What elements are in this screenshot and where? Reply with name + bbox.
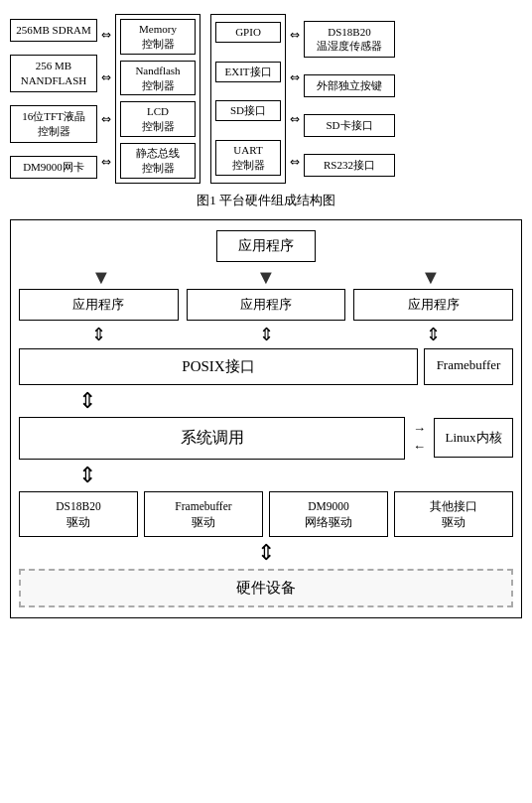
d1-midright-box-0: GPIO bbox=[215, 22, 281, 43]
d2-posix-row: POSIX接口 Framebuffer bbox=[19, 348, 513, 385]
d1-layout: 256MB SDRAM 256 MBNANDFLASH 16位TFT液晶控制器 … bbox=[10, 10, 522, 188]
d2-driver-box-1: Framebuffer驱动 bbox=[144, 491, 263, 537]
arrow-rl-1: ⇔ bbox=[290, 70, 300, 85]
d2-dbl-arrow-2: ⇕ bbox=[353, 324, 513, 345]
d2-framebuffer-box: Framebuffer bbox=[424, 348, 513, 385]
arrow-rl-2: ⇔ bbox=[290, 112, 300, 127]
d2-hw-row: 硬件设备 bbox=[19, 569, 513, 607]
arrow-rl-0: ⇔ bbox=[290, 28, 300, 43]
arrow-lr-1: ⇔ bbox=[101, 70, 111, 85]
d1-midright-box-2: SD接口 bbox=[215, 100, 281, 121]
d2-left-arrow: ← bbox=[413, 439, 426, 455]
diagram2: 应用程序 ▼ ▼ ▼ 应用程序 应用程序 应用程序 ⇕ ⇕ ⇕ POSIX接口 … bbox=[10, 219, 522, 618]
d1-midright-box-1: EXIT接口 bbox=[215, 62, 281, 82]
arrow-rl-3: ⇔ bbox=[290, 155, 300, 170]
d2-top-section: 应用程序 bbox=[19, 230, 513, 262]
d2-dbl-arrow-0: ⇕ bbox=[19, 324, 179, 345]
arrow-lr-2: ⇔ bbox=[101, 112, 111, 127]
d1-right-box-0: DS18B20温湿度传感器 bbox=[304, 21, 395, 59]
d2-app-box-0: 应用程序 bbox=[19, 289, 179, 321]
d1-left-column: 256MB SDRAM 256 MBNANDFLASH 16位TFT液晶控制器 … bbox=[10, 14, 97, 184]
d2-driver-box-0: DS18B20驱动 bbox=[19, 491, 138, 537]
d2-linux-box: Linux内核 bbox=[434, 418, 513, 458]
d2-hw-box: 硬件设备 bbox=[19, 569, 513, 607]
d2-big-dbl-arrow: ⇕ bbox=[78, 388, 96, 414]
d1-left-box-1: 256 MBNANDFLASH bbox=[10, 55, 97, 92]
d2-arrow-down-center: ▼ bbox=[256, 266, 276, 289]
d1-left-arrows: ⇔ ⇔ ⇔ ⇔ bbox=[97, 14, 115, 184]
d1-left-box-3: DM9000网卡 bbox=[10, 156, 97, 179]
d2-top-app-box: 应用程序 bbox=[216, 230, 316, 262]
d1-right-box-3: RS232接口 bbox=[304, 154, 395, 177]
d1-midleft-box-0: Memory控制器 bbox=[120, 19, 196, 55]
d2-drivers-row: DS18B20驱动 Framebuffer驱动 DM9000网络驱动 其他接口驱… bbox=[19, 491, 513, 537]
d2-arrow-to-drivers: ⇕ bbox=[78, 463, 96, 488]
d2-app-row: 应用程序 应用程序 应用程序 bbox=[19, 289, 513, 321]
d1-right-arrows: ⇔ ⇔ ⇔ ⇔ bbox=[286, 14, 304, 184]
d2-right-arrow: → bbox=[413, 421, 426, 437]
d2-dbl-arrow-1: ⇕ bbox=[187, 324, 346, 345]
d1-left-box-0: 256MB SDRAM bbox=[10, 19, 97, 42]
d1-midright-column: GPIO EXIT接口 SD接口 UART控制器 bbox=[210, 14, 286, 184]
d1-right-box-1: 外部独立按键 bbox=[304, 74, 395, 97]
d2-arrow-down-left: ▼ bbox=[91, 266, 111, 289]
d2-horiz-arrows: → ← bbox=[413, 421, 426, 455]
arrow-lr-0: ⇔ bbox=[101, 28, 111, 43]
d1-midleft-box-2: LCD控制器 bbox=[120, 101, 196, 137]
d1-right-column: DS18B20温湿度传感器 外部独立按键 SD卡接口 RS232接口 bbox=[304, 14, 395, 184]
d2-app-box-1: 应用程序 bbox=[187, 289, 346, 321]
d1-midleft-box-1: Nandflash控制器 bbox=[120, 61, 196, 96]
d1-midright-box-3: UART控制器 bbox=[215, 140, 281, 176]
d1-right-box-2: SD卡接口 bbox=[304, 114, 395, 137]
d2-driver-box-3: 其他接口驱动 bbox=[394, 491, 513, 537]
d2-app-box-2: 应用程序 bbox=[353, 289, 513, 321]
d2-posix-box: POSIX接口 bbox=[19, 348, 418, 385]
d2-syscall-row: 系统调用 → ← Linux内核 bbox=[19, 417, 513, 460]
d1-midleft-column: Memory控制器 Nandflash控制器 LCD控制器 静态总线控制器 bbox=[115, 14, 200, 184]
diagram1-caption: 图1 平台硬件组成结构图 bbox=[10, 192, 522, 209]
d1-left-box-2: 16位TFT液晶控制器 bbox=[10, 105, 97, 143]
arrow-lr-3: ⇔ bbox=[101, 155, 111, 170]
d2-syscall-box: 系统调用 bbox=[19, 417, 405, 460]
d2-arrow-to-hw: ⇕ bbox=[257, 540, 275, 566]
d1-midleft-box-3: 静态总线控制器 bbox=[120, 143, 196, 179]
d2-driver-box-2: DM9000网络驱动 bbox=[269, 491, 388, 537]
diagram1: 256MB SDRAM 256 MBNANDFLASH 16位TFT液晶控制器 … bbox=[10, 10, 522, 209]
d2-arrow-down-right: ▼ bbox=[421, 266, 441, 289]
